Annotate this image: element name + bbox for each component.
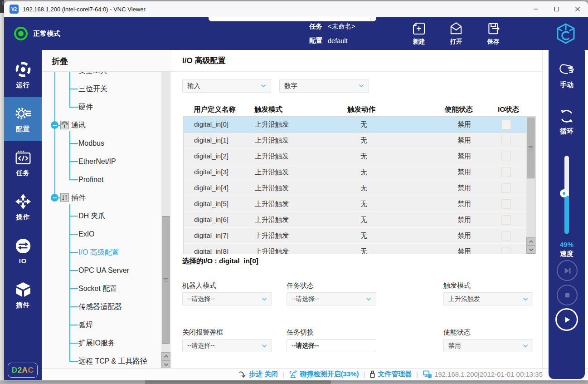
table-row[interactable]: digital_in[6]上升沿触发无禁用 <box>184 212 526 228</box>
io-direction-select[interactable]: 输入 <box>182 79 271 93</box>
io-state-checkbox[interactable] <box>501 120 511 129</box>
tree-item[interactable]: 硬件 <box>42 98 158 116</box>
table-row[interactable]: digital_in[5]上升沿触发无禁用 <box>184 196 526 212</box>
sidebar-item-operate[interactable]: 操作 <box>4 185 42 229</box>
tree-item[interactable]: 远程 TCP & 工具路径 <box>42 352 158 369</box>
tree-item[interactable]: ExIO <box>42 225 158 243</box>
task-state-select[interactable]: --请选择-- <box>287 292 376 305</box>
step-forward-button[interactable] <box>557 260 578 281</box>
close-alarm-popup-select[interactable]: --请选择-- <box>182 339 272 352</box>
selected-io-label: 选择的I/O : digital_in[0] <box>182 256 258 266</box>
table-row[interactable]: digital_in[4]上升沿触发无禁用 <box>184 180 526 196</box>
io-state-checkbox[interactable] <box>501 136 511 145</box>
scroll-down-button[interactable] <box>526 246 535 254</box>
tree-item[interactable]: Profinet <box>42 171 158 189</box>
manual-mode-button[interactable]: 手动 <box>549 62 585 89</box>
tree-item[interactable]: Socket 配置 <box>42 280 158 298</box>
io-state-checkbox[interactable] <box>501 152 511 161</box>
tree-collapse-button[interactable]: 折叠 <box>42 50 172 72</box>
play-button[interactable] <box>555 308 578 331</box>
collapse-node-icon[interactable] <box>51 121 58 129</box>
sidebar-item-plugin[interactable]: 插件 <box>4 273 42 317</box>
io-type-select[interactable]: 数字 <box>279 79 369 93</box>
sidebar-item-task[interactable]: 任务 <box>4 141 42 185</box>
tree-item-label: 硬件 <box>78 98 93 116</box>
table-row[interactable]: digital_in[8]上升沿触发无禁用 <box>184 244 526 254</box>
tree-item[interactable]: 通讯 <box>42 116 158 134</box>
tree-item[interactable]: 扩展IO服务 <box>42 334 158 352</box>
tree-connector <box>69 179 78 180</box>
step-status[interactable]: 步进 关闭 <box>238 370 278 379</box>
tree-item[interactable]: DH 夹爪 <box>42 207 158 225</box>
tree-item[interactable]: 三位开关 <box>42 80 158 98</box>
table-scrollbar-thumb[interactable] <box>527 118 535 178</box>
io-state-checkbox[interactable] <box>501 199 511 209</box>
trigger-mode: 上升沿触发 <box>255 117 289 132</box>
step-arrow-icon <box>238 371 247 378</box>
robot-mode-select[interactable]: --请选择-- <box>182 292 272 305</box>
scroll-down-button[interactable] <box>161 360 170 369</box>
table-header: 用户定义名称 触发模式 触发动作 使能状态 IO状态 <box>183 103 536 116</box>
tree-item[interactable]: I/O 高级配置 <box>42 243 158 261</box>
tree-item-label: 弧焊 <box>78 316 93 334</box>
close-button[interactable] <box>567 1 588 17</box>
sidebar-item-config[interactable]: 配置 <box>4 97 42 141</box>
collapse-node-icon[interactable] <box>51 194 58 202</box>
tree-item[interactable]: 安全工具 <box>42 72 158 80</box>
cycle-mode-button[interactable]: 循环 <box>549 108 585 136</box>
form-field: 任务切换--请选择-- <box>287 328 376 352</box>
enable-state-select[interactable]: 禁用 <box>443 339 533 352</box>
scroll-up-button[interactable] <box>161 352 170 360</box>
tree-item[interactable]: 弧焊 <box>42 316 158 334</box>
open-button[interactable]: 打开 <box>442 21 470 46</box>
tree-scrollbar[interactable] <box>161 72 170 369</box>
trigger-action: 无 <box>348 180 367 196</box>
app-header: 正常模式 任务<未命名> 配置default 新建 打开 <box>4 17 588 50</box>
io-state-checkbox[interactable] <box>501 215 511 225</box>
io-state-checkbox[interactable] <box>501 247 511 254</box>
tree-item[interactable]: OPC UA Server <box>42 261 158 280</box>
io-advanced-config-panel: I/O 高级配置 输入 数字 用户定义名称 触发模式 触发动作 使能状态 IO状… <box>172 50 543 369</box>
tree-scrollbar-thumb[interactable] <box>162 216 170 344</box>
col-io-state: IO状态 <box>498 103 519 116</box>
brand-logo-icon <box>555 23 576 44</box>
chevron-down-icon <box>262 297 267 301</box>
save-button[interactable]: 保存 <box>479 21 507 46</box>
table-row[interactable]: digital_in[3]上升沿触发无禁用 <box>184 164 526 180</box>
tree-item[interactable]: Modbus <box>42 134 158 153</box>
left-nav: 运行 配置 任务 操作 IO <box>4 50 42 380</box>
speed-label: 速度 <box>549 250 585 258</box>
trigger-mode: 上升沿触发 <box>255 212 289 227</box>
table-row[interactable]: digital_in[7]上升沿触发无禁用 <box>184 228 526 244</box>
scroll-up-button[interactable] <box>526 237 535 246</box>
d2ac-badge[interactable]: D2AC <box>8 363 38 378</box>
chevron-down-icon <box>261 84 266 88</box>
file-manager-button[interactable]: 文件管理器 <box>369 370 412 379</box>
maximize-button[interactable] <box>546 1 567 17</box>
config-value: default <box>328 37 348 44</box>
io-state-checkbox[interactable] <box>501 167 511 177</box>
trigger-action: 无 <box>348 133 367 148</box>
tree-connector <box>69 234 78 235</box>
io-state-checkbox[interactable] <box>501 183 511 193</box>
table-row[interactable]: digital_in[2]上升沿触发无禁用 <box>184 148 526 164</box>
speed-slider-handle[interactable] <box>560 189 568 197</box>
table-row[interactable]: digital_in[0]上升沿触发无禁用 <box>184 117 526 133</box>
table-scrollbar[interactable] <box>526 117 535 254</box>
tree-item[interactable]: 插件 <box>42 189 158 207</box>
io-state-checkbox[interactable] <box>501 231 511 241</box>
task-switch-input[interactable]: --请选择-- <box>287 339 376 352</box>
vnc-toolbar-tab[interactable] <box>209 17 376 21</box>
collision-detection-status[interactable]: 碰撞检测开启(33%) <box>289 370 359 379</box>
tree-connector <box>69 270 78 271</box>
table-row[interactable]: digital_in[1]上升沿触发无禁用 <box>184 133 526 148</box>
tree-item[interactable]: 传感器适配器 <box>42 298 158 316</box>
minimize-button[interactable] <box>525 1 546 17</box>
sidebar-item-io[interactable]: IO <box>4 229 42 273</box>
stop-button[interactable] <box>557 285 578 305</box>
tree-item[interactable]: EtherNet/IP <box>42 153 158 171</box>
sidebar-item-run[interactable]: 运行 <box>4 53 42 97</box>
trigger-mode-select[interactable]: 上升沿触发 <box>443 292 533 305</box>
new-task-button[interactable]: 新建 <box>405 21 433 46</box>
desktop: 刂 V2 192.168.1.200 (intel-corei7-64:0) -… <box>0 0 588 384</box>
